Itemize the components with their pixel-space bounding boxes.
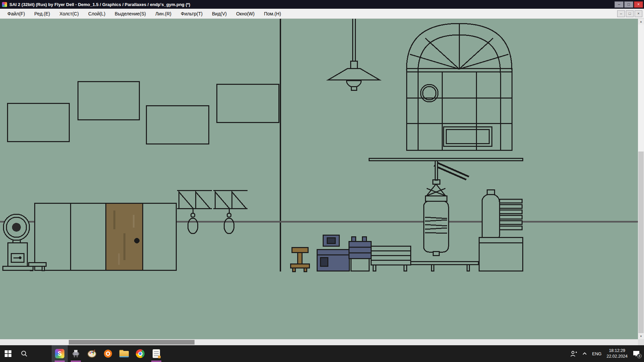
vertical-scroll-thumb[interactable] xyxy=(638,152,644,333)
taskbar-file-explorer[interactable] xyxy=(116,345,132,362)
start-button[interactable] xyxy=(0,345,16,362)
taskbar-search-button[interactable] xyxy=(16,345,32,362)
window-close-button[interactable]: × xyxy=(634,1,643,8)
window-title: SAI 2 (32bit) (Rus) by Flyer Dell - Demo… xyxy=(9,2,190,7)
menu-ruler[interactable]: Лин.(R) xyxy=(151,11,176,16)
app-icon xyxy=(2,2,7,7)
horizontal-scroll-thumb[interactable] xyxy=(69,340,195,345)
horizontal-scrollbar[interactable] xyxy=(0,339,638,345)
door-knob xyxy=(134,238,140,243)
menu-file[interactable]: Файл(F) xyxy=(3,11,30,16)
sai-icon: S xyxy=(55,349,64,358)
date-text: 22.02.2024 xyxy=(606,354,628,359)
canvas-viewport[interactable] xyxy=(0,19,638,339)
running-indicator xyxy=(55,361,65,362)
scroll-up-icon[interactable]: ▲ xyxy=(638,19,644,24)
orange-app-icon xyxy=(103,349,113,358)
scroll-down-icon[interactable]: ▼ xyxy=(638,334,644,339)
gym-wall xyxy=(0,19,638,339)
search-icon xyxy=(20,350,28,357)
cabinet xyxy=(479,237,523,271)
notification-center-icon[interactable]: 3 xyxy=(633,350,640,357)
paint-palette-icon xyxy=(87,349,97,358)
wooden-door xyxy=(106,203,143,270)
taskbar-sai-app[interactable]: S xyxy=(52,345,68,362)
scrollbar-corner xyxy=(638,339,644,345)
window-maximize-button[interactable]: □ xyxy=(624,1,633,8)
people-icon[interactable] xyxy=(570,350,577,357)
menu-view[interactable]: Вид(V) xyxy=(207,11,231,16)
taskbar-orange-app[interactable] xyxy=(100,345,116,362)
doc-minimize-button[interactable]: – xyxy=(617,10,625,17)
menu-canvas[interactable]: Холст(C) xyxy=(55,11,84,16)
system-tray: ENG 18:12:29 22.02.2024 3 xyxy=(570,348,644,359)
taskbar-chrome[interactable] xyxy=(132,345,148,362)
taskbar: S xyxy=(0,345,644,362)
screen: SAI 2 (32bit) (Rus) by Flyer Dell - Demo… xyxy=(0,0,644,362)
vertical-scrollbar[interactable]: ▲ ▼ xyxy=(638,19,644,339)
title-bar[interactable]: SAI 2 (32bit) (Rus) by Flyer Dell - Demo… xyxy=(0,0,644,9)
chrome-icon xyxy=(136,349,145,358)
chevron-up-icon[interactable] xyxy=(582,352,587,355)
doc-close-button[interactable]: × xyxy=(635,10,642,17)
notes-icon xyxy=(153,349,160,358)
wall-divider xyxy=(280,19,281,272)
running-indicator xyxy=(151,361,161,362)
taskbar-notes-app[interactable] xyxy=(148,345,164,362)
windows-logo-icon xyxy=(5,350,11,357)
window-minimize-button[interactable]: – xyxy=(614,1,624,8)
menu-selection[interactable]: Выделение(S) xyxy=(110,11,151,16)
taskbar-game-app[interactable] xyxy=(68,345,84,362)
menu-layer[interactable]: Слой(L) xyxy=(84,11,110,16)
menu-window[interactable]: Окно(W) xyxy=(231,11,259,16)
menu-filter[interactable]: Фильтр(T) xyxy=(176,11,207,16)
taskbar-paint-app[interactable] xyxy=(84,345,100,362)
language-indicator[interactable]: ENG xyxy=(592,351,601,356)
taskbar-spacer xyxy=(32,345,52,362)
weight-stack xyxy=(349,237,371,271)
menu-help[interactable]: Пом.(H) xyxy=(259,11,286,16)
document-window-controls: – □ × xyxy=(617,10,642,17)
gym-scene xyxy=(0,19,638,339)
pixel-game-icon xyxy=(71,349,80,358)
file-explorer-icon xyxy=(119,350,129,357)
running-indicator xyxy=(71,361,81,362)
clock[interactable]: 18:12:29 22.02.2024 xyxy=(606,348,628,359)
notification-badge: 3 xyxy=(637,354,642,358)
time-text: 18:12:29 xyxy=(606,348,628,354)
doc-restore-button[interactable]: □ xyxy=(626,10,634,17)
menu-bar: Файл(F) Ред.(E) Холст(C) Слой(L) Выделен… xyxy=(0,9,644,19)
menu-edit[interactable]: Ред.(E) xyxy=(30,11,55,16)
window-controls: – □ × xyxy=(614,1,643,8)
